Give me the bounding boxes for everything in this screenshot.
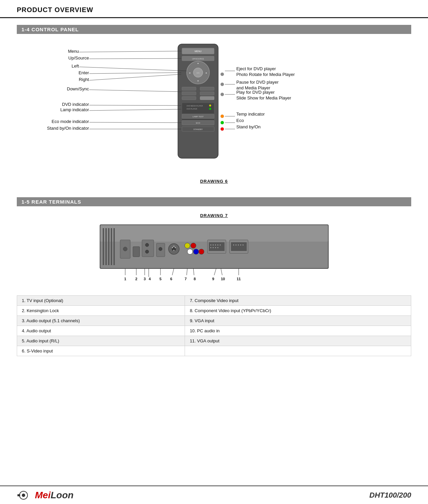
table-cell-left: 4. Audio output: [17, 326, 185, 336]
svg-rect-108: [231, 242, 247, 251]
svg-text:10: 10: [221, 277, 225, 281]
table-row: 4. Audio output 10. PC audio in: [17, 326, 411, 336]
svg-point-110: [235, 245, 236, 246]
svg-point-20: [221, 93, 224, 96]
svg-point-106: [217, 247, 218, 248]
table-cell-right: 7. Composite Video input: [185, 296, 411, 306]
svg-point-84: [159, 247, 162, 251]
svg-rect-73: [105, 228, 107, 265]
svg-point-31: [221, 121, 224, 124]
svg-text:LAMP TEST: LAMP TEST: [192, 116, 203, 118]
svg-rect-16: [182, 96, 196, 100]
table-cell-right: [185, 346, 411, 356]
svg-line-126: [187, 268, 187, 275]
svg-point-111: [238, 245, 239, 246]
svg-rect-80: [142, 240, 154, 257]
svg-line-40: [79, 67, 187, 71]
svg-point-138: [22, 494, 25, 497]
svg-point-100: [215, 245, 216, 246]
svg-text:Left: Left: [72, 64, 79, 69]
footer-logo-area: MeiLoon: [17, 490, 74, 501]
svg-point-81: [145, 243, 149, 247]
svg-line-128: [193, 268, 194, 275]
svg-point-113: [242, 245, 243, 246]
brand-mei: Mei: [35, 490, 51, 501]
control-panel-section: 1-4 CONTROL PANEL MENU UP/SOURCE ▲ ▼ ◄ ►: [17, 25, 411, 184]
svg-text:ECO: ECO: [196, 122, 200, 124]
svg-text:▲: ▲: [197, 62, 199, 64]
svg-text:DVD indicator: DVD indicator: [62, 102, 89, 107]
page-footer: MeiLoon DHT100/200: [0, 486, 428, 504]
svg-line-124: [172, 268, 174, 275]
svg-point-78: [123, 247, 127, 251]
svg-rect-72: [103, 228, 104, 265]
svg-text:UP/SOURCE: UP/SOURCE: [192, 58, 204, 60]
brand-logo: MeiLoon: [35, 490, 74, 501]
svg-rect-17: [200, 96, 214, 100]
svg-text:Enter: Enter: [79, 70, 89, 75]
svg-line-38: [89, 58, 181, 59]
svg-line-46: [89, 90, 181, 92]
svg-point-92: [191, 243, 196, 248]
page-title: PRODUCT OVERVIEW: [17, 6, 411, 14]
svg-rect-12: [182, 87, 196, 90]
svg-point-112: [240, 245, 241, 246]
main-content: 1-4 CONTROL PANEL MENU UP/SOURCE ▲ ▼ ◄ ►: [0, 18, 428, 373]
svg-point-24: [209, 104, 211, 107]
svg-text:Slide Show for Media Player: Slide Show for Media Player: [236, 95, 291, 100]
rear-panel-container: 1 2 3 4 5 6 7 8 9 10: [17, 221, 411, 289]
svg-rect-76: [113, 228, 115, 265]
svg-rect-14: [182, 92, 196, 95]
svg-text:Eco mode indicator: Eco mode indicator: [52, 119, 89, 124]
svg-point-25: [209, 108, 211, 110]
svg-text:11: 11: [236, 277, 240, 281]
drawing6-caption: DRAWING 6: [17, 179, 411, 184]
table-row: 1. TV input (Optional) 7. Composite Vide…: [17, 296, 411, 306]
svg-rect-79: [133, 247, 140, 257]
svg-text:►: ►: [205, 72, 207, 74]
svg-point-102: [220, 245, 221, 246]
svg-text:4: 4: [148, 277, 151, 281]
svg-text:Play for DVD player: Play for DVD player: [236, 90, 275, 95]
svg-text:DVD PLAYER: DVD PLAYER: [187, 108, 197, 110]
svg-point-98: [210, 245, 211, 246]
svg-text:MENU: MENU: [195, 50, 202, 52]
svg-point-89: [173, 246, 175, 247]
svg-point-104: [212, 247, 213, 248]
svg-line-36: [79, 51, 181, 52]
svg-point-91: [185, 243, 190, 248]
svg-line-52: [89, 122, 181, 123]
svg-text:Eco: Eco: [236, 118, 244, 123]
svg-rect-13: [200, 87, 214, 90]
connector-icon: [17, 490, 30, 500]
table-cell-left: 3. Audio output (5.1 channels): [17, 316, 185, 326]
svg-point-93: [187, 249, 193, 254]
svg-point-109: [233, 245, 234, 246]
table-cell-right: 10. PC audio in: [185, 326, 411, 336]
table-cell-right: 9. VGA input: [185, 316, 411, 326]
svg-line-130: [214, 268, 216, 275]
svg-text:STANDBY: STANDBY: [193, 128, 203, 130]
rear-terminals-header: 1-5 REAR TERMINALS: [17, 197, 411, 206]
svg-text:5: 5: [159, 277, 161, 281]
control-panel-svg: MENU UP/SOURCE ▲ ▼ ◄ ► EN: [17, 41, 411, 175]
svg-point-19: [221, 83, 224, 86]
svg-point-94: [193, 249, 199, 254]
table-row: 6. S-Video input: [17, 346, 411, 356]
svg-point-90: [173, 250, 175, 251]
table-cell-left: 6. S-Video input: [17, 346, 185, 356]
footer-model: DHT100/200: [369, 491, 411, 500]
svg-point-82: [145, 250, 149, 253]
svg-text:DVD MEDIA PLAYER: DVD MEDIA PLAYER: [187, 105, 203, 107]
svg-text:Stand by/On indicator: Stand by/On indicator: [47, 126, 89, 131]
svg-rect-75: [111, 228, 112, 265]
svg-line-132: [221, 268, 222, 275]
svg-text:Up/Source: Up/Source: [68, 55, 89, 60]
svg-rect-74: [108, 228, 109, 265]
svg-line-42: [89, 73, 181, 74]
table-cell-right: 8. Component Video input (YPbPr/YCbCr): [185, 306, 411, 316]
svg-text:◄: ◄: [189, 72, 191, 74]
svg-text:Pause for DVD player: Pause for DVD player: [236, 80, 279, 85]
svg-text:Temp indicator: Temp indicator: [236, 112, 265, 117]
svg-point-18: [221, 73, 224, 76]
